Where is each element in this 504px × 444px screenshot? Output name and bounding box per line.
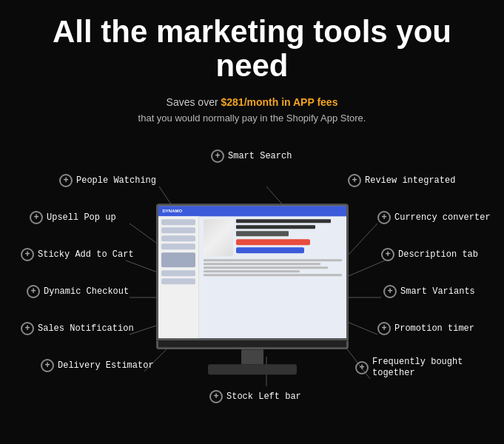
feature-currency-converter: + Currency converter [377, 211, 491, 224]
review-integrated-icon: + [348, 174, 361, 187]
feature-frequently-bought: + Frequently bought together [355, 357, 468, 378]
feature-sales-notification: + Sales Notification [21, 322, 134, 335]
feature-upsell-popup: + Upsell Pop up [30, 211, 116, 224]
page-wrapper: All the marketing tools you need Saves o… [0, 0, 504, 444]
feature-review-integrated: + Review integrated [348, 174, 455, 187]
savings-highlight: $281/month in APP fees [221, 96, 337, 108]
feature-delivery-estimator: + Delivery Estimator [41, 359, 154, 372]
savings-line: Saves over $281/month in APP fees [15, 96, 489, 108]
description-tab-icon: + [381, 248, 394, 261]
feature-smart-variants: + Smart Variants [383, 285, 475, 298]
savings-prefix: Saves over [167, 96, 221, 108]
feature-stock-left-bar: + Stock Left bar [209, 390, 301, 403]
feature-people-watching: + People Watching [59, 174, 156, 187]
people-watching-icon: + [59, 174, 73, 187]
feature-description-tab: + Description tab [381, 248, 478, 261]
feature-smart-search: + Smart Search [211, 149, 292, 163]
sales-notification-icon: + [21, 322, 34, 335]
monitor-screen: DYNAMO [156, 204, 349, 341]
promotion-timer-icon: + [377, 322, 391, 335]
currency-converter-icon: + [377, 211, 391, 224]
main-headline: All the marketing tools you need [15, 15, 489, 83]
delivery-estimator-icon: + [41, 359, 54, 372]
subtitle: that you would normally pay in the Shopi… [15, 112, 489, 124]
feature-dynamic-checkout: + Dynamic Checkout [27, 285, 129, 298]
smart-variants-icon: + [383, 285, 397, 298]
diagram-container: DYNAMO [15, 138, 489, 420]
feature-promotion-timer: + Promotion timer [377, 322, 474, 335]
smart-search-icon: + [211, 149, 224, 163]
frequently-bought-icon: + [355, 361, 369, 374]
upsell-popup-icon: + [30, 211, 43, 224]
feature-sticky-add-to-cart: + Sticky Add to Cart [21, 248, 134, 261]
dynamic-checkout-icon: + [27, 285, 40, 298]
sticky-add-to-cart-icon: + [21, 248, 34, 261]
stock-left-bar-icon: + [209, 390, 223, 403]
monitor: DYNAMO [156, 204, 349, 375]
